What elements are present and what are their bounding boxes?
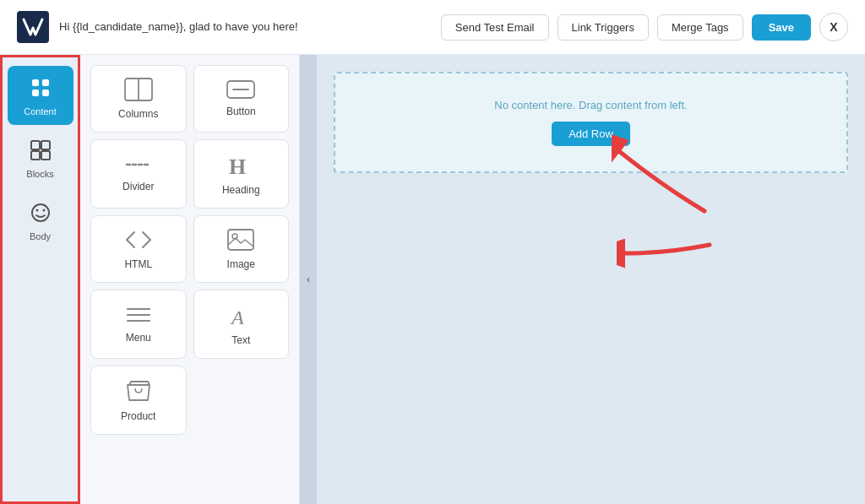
sidebar-item-body[interactable]: Body [8,191,73,250]
sidebar-item-blocks[interactable]: Blocks [8,128,73,187]
svg-rect-4 [42,89,49,96]
svg-point-9 [32,204,49,221]
close-button[interactable]: X [819,13,848,41]
canvas-area: No content here. Drag content from left.… [317,55,865,504]
content-item-button[interactable]: Button [193,65,290,133]
header-actions: Send Test Email Link Triggers Merge Tags… [441,13,848,41]
content-item-image[interactable]: Image [193,215,290,283]
content-item-product[interactable]: Product [90,366,187,435]
button-icon [226,80,255,99]
text-label: Text [231,334,250,346]
add-row-button[interactable]: Add Row [552,122,630,146]
canvas-hint-text: No content here. Drag content from left. [494,99,687,111]
svg-rect-3 [32,89,39,96]
product-icon [124,378,153,404]
content-item-columns[interactable]: Columns [90,65,187,133]
main-layout: Content Blocks [0,55,865,504]
header-greeting: Hi {{ld_candidate_name}}, glad to have y… [59,19,298,35]
send-test-email-button[interactable]: Send Test Email [441,14,549,41]
sidebar-item-content[interactable]: Content [8,66,73,125]
header: Hi {{ld_candidate_name}}, glad to have y… [0,0,865,55]
save-button[interactable]: Save [752,14,811,41]
arrow-to-heading [617,219,718,287]
menu-label: Menu [126,332,151,344]
merge-tags-button[interactable]: Merge Tags [657,14,743,41]
sidebar-content-label: Content [24,106,57,117]
link-triggers-button[interactable]: Link Triggers [558,14,649,41]
menu-icon [124,305,153,325]
image-label: Image [227,258,255,270]
svg-text:A: A [230,306,244,328]
text-icon: A [226,302,255,328]
svg-rect-5 [31,141,40,149]
svg-rect-7 [31,151,40,160]
content-item-heading[interactable]: H Heading [193,139,290,209]
divider-icon [124,155,153,174]
html-icon [124,228,153,252]
svg-text:H: H [229,154,246,177]
svg-rect-1 [32,79,39,86]
sidebar: Content Blocks [0,55,80,504]
canvas-drop-zone[interactable]: No content here. Drag content from left.… [334,72,848,173]
logo-area: Hi {{ld_candidate_name}}, glad to have y… [17,11,298,43]
content-item-html[interactable]: HTML [90,215,187,283]
content-panel: Columns Button Divider [80,55,300,504]
svg-point-10 [35,209,38,212]
svg-rect-6 [41,141,50,149]
html-label: HTML [124,258,152,270]
content-item-text[interactable]: A Text [193,290,290,359]
columns-icon [124,78,153,101]
product-label: Product [121,410,155,422]
sidebar-body-label: Body [30,231,51,241]
app-logo [17,11,49,43]
content-item-menu[interactable]: Menu [90,290,187,359]
content-item-divider[interactable]: Divider [90,139,187,209]
svg-rect-18 [228,230,253,250]
blocks-icon [27,137,54,164]
heading-icon: H [226,152,255,177]
image-icon [226,228,255,252]
svg-rect-8 [41,151,50,160]
svg-rect-2 [42,79,49,86]
button-label: Button [226,106,256,117]
svg-point-11 [42,209,45,212]
body-icon [27,199,54,226]
heading-label: Heading [222,184,260,196]
collapse-panel-button[interactable]: ‹ [300,55,317,504]
content-icon [27,74,54,101]
columns-label: Columns [118,108,158,120]
sidebar-blocks-label: Blocks [26,169,53,179]
divider-label: Divider [122,181,154,192]
